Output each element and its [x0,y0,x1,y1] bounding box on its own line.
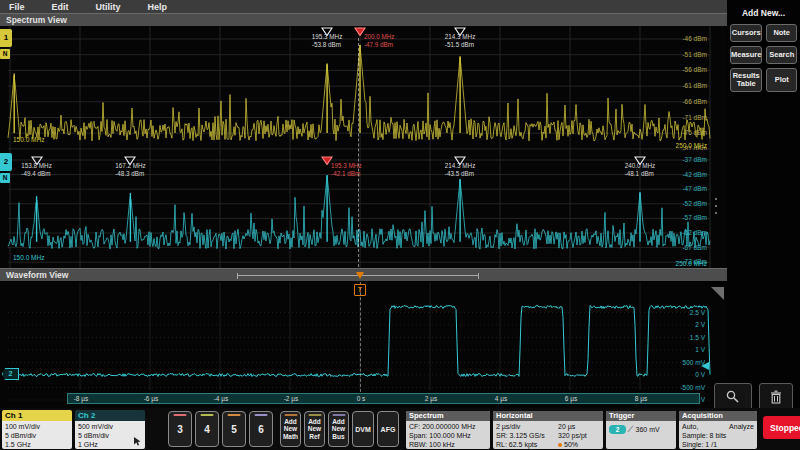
acquisition-analyze: Analyze [729,422,754,431]
trigger-source-pill: 2 [609,425,626,434]
marker-readout: 200.0 MHz-47.9 dBm [364,33,394,48]
add-new-math-button[interactable]: Add New Math [280,411,301,447]
center-frequency-line[interactable] [358,38,359,267]
volt-axis-label: 0 V [695,371,705,378]
channel-number: 1 [0,29,12,47]
freq-end-label: 250.0 MHz [676,142,707,149]
trigger-position-line [360,282,361,392]
time-axis-strip[interactable]: -8 µs-6 µs-4 µs-2 µs0 s2 µs4 µs6 µs8 µs [67,393,700,404]
menu-item-file[interactable]: File [9,2,25,12]
channel-6-button[interactable]: 6 [249,411,273,447]
marker-amplitude: -51.5 dBm [445,41,475,49]
waveform-trace-svg: 2.5 V2 V1.5 V1 V500 mV0 V-500 mV-1 V [0,282,727,408]
spectrum-plot-ch1[interactable]: -46 dBm-51 dBm-56 dBm-61 dBm-66 dBm-71 d… [0,26,727,150]
dbm-axis-label: -71 dBm [682,114,707,121]
channel-3-button[interactable]: 3 [168,411,192,447]
cursor-icon [134,437,141,446]
trigger-badge[interactable]: Trigger 2 ∕ 360 mV [606,411,676,449]
menu-item-help[interactable]: Help [148,2,168,12]
add-new-plot-button[interactable]: Plot [766,68,797,92]
dvm-button[interactable]: DVM [352,411,374,447]
peak-marker[interactable] [634,151,646,160]
marker-frequency: 240.0 MHz [625,162,655,170]
spectrum-ch2-badge[interactable]: 2N [0,153,12,183]
horizontal-window: 20 µs [558,422,600,431]
add-new-bus-button[interactable]: Add New Bus [328,411,349,447]
freq-end-label: 250.0 MHz [676,260,707,267]
marker-amplitude: -48.1 dBm [625,170,655,178]
peak-marker[interactable] [454,22,466,31]
dbm-axis-label: -61 dBm [682,82,707,89]
dbm-axis-label: -66 dBm [682,98,707,105]
peak-marker[interactable] [454,151,466,160]
spectrum-view-title: Spectrum View [6,15,67,25]
marker-amplitude: -49.4 dBm [21,170,51,178]
marker-frequency: 195.3 MHz [331,162,361,170]
marker-frequency: 195.3 MHz [312,33,342,41]
add-new-measure-button[interactable]: Measure [730,46,762,64]
channel-number: 2 [0,153,12,171]
ch2-ground-marker[interactable]: 2 [2,368,19,380]
trigger-level-arrow-icon[interactable] [701,362,709,370]
afg-button[interactable]: AFG [377,411,399,447]
spectrum-settings-title: Spectrum [406,411,490,421]
menu-item-edit[interactable]: Edit [52,2,69,12]
dbm-axis-label: -76 dBm [682,129,707,136]
dbm-axis-label: -42 dBm [682,171,707,178]
add-new-note-button[interactable]: Note [766,24,797,42]
add-new-ref-button[interactable]: Add New Ref [304,411,325,447]
horizontal-title: Horizontal [493,411,603,421]
volt-axis-label: 1 V [695,346,705,353]
spectrum-trace-svg: -37 dBm-42 dBm-47 dBm-52 dBm-57 dBm-62 d… [0,150,727,268]
time-axis-label: 2 µs [425,395,437,402]
freq-start-label: 150.0 MHz [13,254,44,261]
menu-item-utility[interactable]: Utility [96,2,121,12]
reference-marker[interactable] [321,151,333,160]
marker-readout: 167.2 MHz-48.3 dBm [115,162,145,177]
peak-marker[interactable] [31,151,43,160]
dbm-axis-label: -67 dBm [682,244,707,251]
add-new-cursors-button[interactable]: Cursors [730,24,762,42]
horizontal-resolution: 320 ps/pt [558,431,600,440]
reference-marker[interactable] [354,22,366,31]
delete-button[interactable] [759,383,793,411]
marker-frequency: 200.0 MHz [364,33,394,41]
freq-start-label: 150.0 MHz [13,136,44,143]
channel-5-button[interactable]: 5 [222,411,246,447]
panel-splitter-handle[interactable] [714,198,718,214]
spectrum-rbw: RBW: 100 kHz [409,440,487,449]
peak-marker[interactable] [321,22,333,31]
add-button-label: Add New Ref [305,418,324,441]
dbm-axis-label: -57 dBm [682,214,707,221]
acquisition-badge[interactable]: Acquisition Auto, Analyze Sample: 8 bits… [679,411,757,449]
trigger-position-icon[interactable] [356,272,364,279]
channel-4-button[interactable]: 4 [195,411,219,447]
dbm-axis-label: -46 dBm [682,35,707,42]
magnifier-icon [725,389,741,405]
waveform-plot[interactable]: 2.5 V2 V1.5 V1 V500 mV0 V-500 mV-1 V T 2… [0,282,727,408]
volt-axis-label: -500 mV [680,384,705,391]
ch1-badge[interactable]: Ch 1 100 mV/div 5 dBm/div 1.5 GHz [2,410,72,449]
marker-amplitude: -42.1 dBm [331,170,361,178]
spectrum-ch1-badge[interactable]: 1N [0,29,12,59]
peak-marker[interactable] [124,151,136,160]
oscilloscope-app: FileEditUtilityHelp Spectrum View -46 dB… [0,0,800,450]
zoom-tool-button[interactable] [714,383,752,411]
ch2-label: Ch 2 [75,410,145,421]
trigger-marker-icon[interactable]: T [354,284,366,296]
button-color-notch [332,414,345,416]
time-axis-label: -4 µs [214,395,229,402]
spectrum-settings-badge[interactable]: Spectrum CF: 200.000000 MHz Span: 100.00… [406,411,490,449]
add-new-results-table-button[interactable]: Results Table [730,68,762,92]
ch2-badge[interactable]: Ch 2 500 mV/div 5 dBm/div 1 GHz [75,410,145,449]
spectrum-plot-ch2[interactable]: -37 dBm-42 dBm-47 dBm-52 dBm-57 dBm-62 d… [0,150,727,268]
marker-frequency: 167.2 MHz [115,162,145,170]
spectrum-span: Span: 100.000 MHz [409,431,487,440]
marker-readout: 214.3 MHz-51.5 dBm [445,33,475,48]
waveform-corner-handle-icon[interactable] [711,287,724,300]
marker-frequency: 214.3 MHz [445,33,475,41]
trash-icon [769,389,783,405]
horizontal-badge[interactable]: Horizontal 2 µs/div 20 µs SR: 3.125 GS/s… [493,411,603,449]
stopped-button[interactable]: Stopped [763,416,800,439]
add-new-search-button[interactable]: Search [766,46,797,64]
